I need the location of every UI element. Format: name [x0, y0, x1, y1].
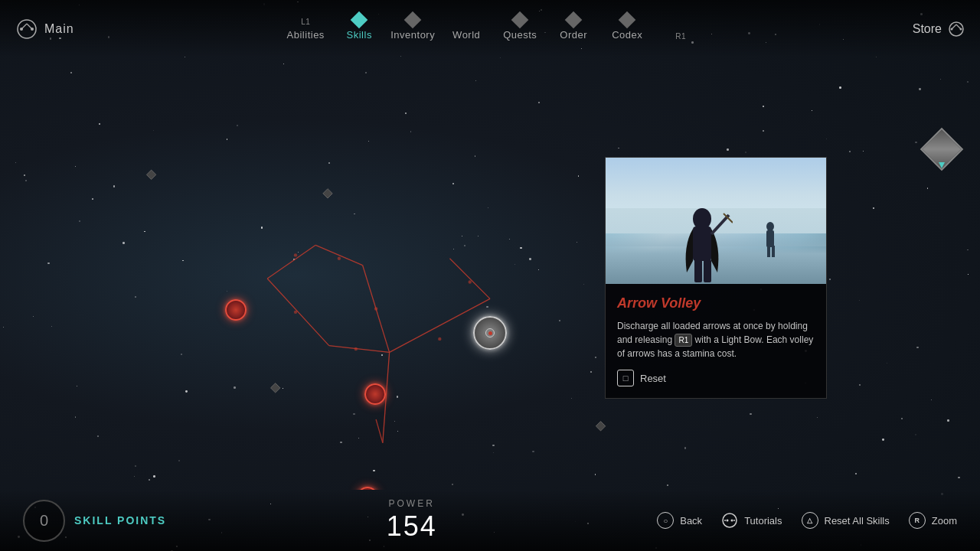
svg-point-50	[731, 520, 733, 522]
skill-panel-image	[606, 158, 826, 284]
skill-panel-content: Arrow Volley Discharge all loaded arrows…	[606, 284, 826, 398]
svg-point-4	[31, 28, 34, 31]
corner-diamond-indicator	[919, 126, 965, 172]
skill-description: Discharge all loaded arrows at once by h…	[617, 319, 815, 360]
skill-node-1[interactable]	[225, 299, 247, 321]
node-inner-1	[225, 299, 247, 321]
skill-tree: Arrow Volley Discharge all loaded arrows…	[0, 57, 980, 490]
svg-line-24	[315, 245, 362, 265]
svg-line-14	[376, 419, 383, 443]
skill-node-active[interactable]	[473, 316, 507, 350]
skill-info-panel: Arrow Volley Discharge all loaded arrows…	[605, 157, 827, 399]
skills-diamond-icon	[351, 11, 368, 28]
abilities-label: Abilities	[287, 29, 325, 41]
back-icon: ○	[657, 512, 674, 529]
background-character	[759, 220, 782, 259]
svg-line-23	[267, 245, 315, 279]
reset-label: Reset	[640, 373, 666, 384]
store-icon	[948, 21, 965, 37]
nav-item-r1: R1	[658, 32, 704, 41]
svg-rect-39	[693, 227, 711, 261]
skill-points-box: 0 SKILL POINTS	[23, 500, 166, 542]
constellation-lines	[0, 57, 980, 490]
skill-reset-row[interactable]: □ Reset	[617, 370, 815, 386]
svg-rect-36	[146, 170, 155, 179]
nav-item-world[interactable]: World	[443, 29, 489, 41]
skill-points-circle: 0	[23, 500, 65, 542]
svg-point-3	[20, 28, 23, 31]
svg-point-28	[354, 347, 358, 350]
tutorials-icon	[721, 512, 738, 529]
tutorials-action[interactable]: Tutorials	[721, 512, 782, 529]
quests-diamond-icon	[511, 11, 529, 28]
svg-rect-45	[766, 230, 774, 247]
svg-line-42	[711, 215, 729, 234]
main-label: Main	[44, 22, 74, 36]
zoom-icon: R	[909, 512, 926, 529]
zoom-label: Zoom	[932, 515, 957, 527]
node-inner-active	[473, 316, 507, 350]
r1-btn-label: R1	[675, 32, 686, 41]
world-label: World	[452, 29, 480, 41]
order-label: Order	[560, 29, 587, 41]
nav-right: Store	[913, 21, 965, 37]
svg-point-52	[733, 520, 735, 521]
svg-line-20	[329, 346, 390, 353]
inventory-label: Inventory	[390, 29, 435, 41]
svg-line-26	[449, 259, 490, 299]
bottom-center: POWER 154	[387, 498, 437, 543]
store-label: Store	[913, 22, 942, 36]
svg-rect-41	[704, 259, 711, 282]
skill-node-2[interactable]	[364, 383, 386, 405]
svg-point-27	[294, 311, 297, 314]
bottom-left: 0 SKILL POINTS	[23, 500, 166, 542]
nav-left: Main	[15, 18, 74, 41]
svg-rect-35	[596, 422, 605, 431]
abilities-btn-label: L1	[301, 18, 310, 26]
reset-button-icon: □	[617, 370, 634, 386]
skills-label: Skills	[347, 29, 372, 41]
node-inner-2	[364, 383, 386, 405]
nav-item-quests[interactable]: Quests	[497, 14, 543, 41]
back-action[interactable]: ○ Back	[657, 512, 702, 529]
svg-point-33	[469, 280, 472, 283]
skill-points-label: SKILL POINTS	[74, 514, 166, 527]
order-diamond-icon	[565, 11, 583, 28]
reset-all-action[interactable]: △ Reset All Skills	[802, 512, 890, 529]
svg-rect-46	[767, 246, 770, 257]
skill-points-value: 0	[40, 512, 48, 530]
svg-point-51	[724, 520, 726, 521]
quests-label: Quests	[503, 29, 537, 41]
nav-item-inventory[interactable]: Inventory	[390, 14, 436, 41]
character-silhouette	[671, 200, 733, 284]
top-navigation: Main L1 Abilities Skills Inventory World…	[0, 0, 980, 57]
codex-diamond-icon	[619, 11, 636, 28]
svg-rect-47	[772, 246, 775, 257]
svg-line-19	[267, 279, 329, 346]
power-label: POWER	[389, 498, 435, 509]
controller-icon	[15, 18, 38, 41]
svg-point-30	[294, 253, 297, 256]
bottom-bar: 0 SKILL POINTS POWER 154 ○ Back Tutorial…	[0, 490, 980, 551]
nav-item-abilities[interactable]: L1 Abilities	[283, 18, 328, 41]
svg-point-29	[438, 337, 441, 341]
svg-point-44	[766, 222, 774, 231]
svg-point-9	[960, 28, 962, 30]
back-label: Back	[680, 515, 702, 527]
key-badge-r1: R1	[675, 334, 692, 347]
nav-item-codex[interactable]: Codex	[604, 14, 650, 41]
reset-all-icon: △	[802, 512, 818, 529]
svg-point-49	[727, 520, 729, 522]
svg-rect-40	[694, 259, 702, 282]
nav-item-order[interactable]: Order	[550, 14, 596, 41]
nav-center: L1 Abilities Skills Inventory World Ques…	[283, 14, 704, 44]
codex-label: Codex	[612, 29, 642, 41]
tutorials-label: Tutorials	[744, 515, 782, 527]
zoom-action[interactable]: R Zoom	[909, 512, 957, 529]
svg-point-31	[338, 257, 341, 260]
svg-point-8	[951, 28, 953, 30]
skill-title: Arrow Volley	[617, 295, 815, 311]
nav-item-skills[interactable]: Skills	[336, 14, 382, 41]
reset-key: □	[623, 373, 629, 383]
svg-rect-37	[323, 189, 332, 198]
